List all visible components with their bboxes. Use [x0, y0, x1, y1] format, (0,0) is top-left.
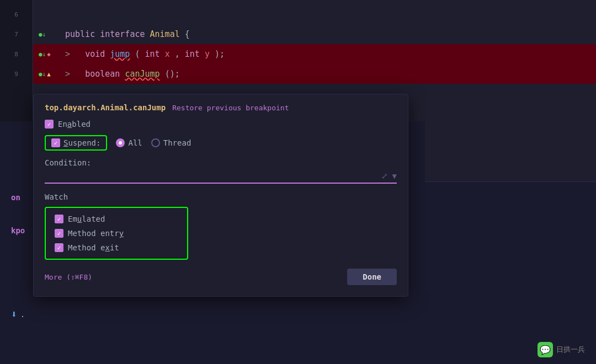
- method-exit-checkbox[interactable]: [55, 243, 63, 252]
- breakpoint-icon-9: ●↓: [39, 71, 46, 78]
- watch-section: Watch Emulated Method entry Method exit: [45, 192, 397, 260]
- done-button[interactable]: Done: [347, 269, 397, 285]
- right-panel-top: [425, 94, 596, 182]
- condition-label: Condition:: [45, 158, 397, 167]
- method-jump: jump: [110, 49, 130, 59]
- line-8-icons: ●↓ ◆: [39, 51, 61, 58]
- dot-label: .: [20, 310, 25, 319]
- download-icon: ⬇: [11, 308, 17, 320]
- method-entry-label: Method entry: [68, 229, 124, 238]
- line-9-icons: ●↓ ▲: [39, 71, 61, 78]
- breakpoint-dialog: top.dayarch.Animal.canJump Restore previ…: [33, 94, 408, 297]
- emulated-label: Emulated: [68, 215, 105, 223]
- dropdown-icon[interactable]: ▼: [392, 172, 397, 180]
- right-panel: [425, 94, 596, 292]
- gutter-line-9: 9: [0, 64, 33, 84]
- step-icon-7: ●↓: [39, 31, 46, 38]
- watch-option-method-entry: Method entry: [55, 229, 178, 238]
- line-gutter: 6 7 8 9: [0, 0, 33, 121]
- condition-input[interactable]: [45, 172, 377, 180]
- dialog-title: top.dayarch.Animal.canJump: [45, 103, 166, 112]
- wechat-icon: 💬: [538, 342, 553, 357]
- method-exit-label: Method exit: [68, 243, 119, 252]
- radio-all[interactable]: All: [116, 138, 142, 147]
- code-line-9: ●↓ ▲ > boolean canJump ();: [33, 64, 596, 84]
- radio-thread[interactable]: Thread: [151, 138, 191, 147]
- radio-all-label: All: [128, 138, 142, 147]
- restore-link[interactable]: Restore previous breakpoint: [172, 104, 289, 112]
- dialog-footer: More (⇧⌘F8) Done: [45, 269, 397, 285]
- gutter-line-7: 7: [0, 24, 33, 44]
- radio-thread-label: Thread: [163, 138, 191, 147]
- side-label-on: on: [11, 193, 20, 202]
- code-line-8: ●↓ ◆ > void jump ( int x , int y );: [33, 44, 596, 64]
- keyword-boolean: boolean: [85, 69, 120, 79]
- suspend-checkbox[interactable]: [51, 138, 60, 147]
- more-link[interactable]: More (⇧⌘F8): [45, 273, 92, 281]
- line-7-content: public interface Animal {: [61, 29, 596, 39]
- enabled-row: Enabled: [45, 120, 397, 129]
- condition-section: Condition: ⤢ ▼: [45, 158, 397, 184]
- keyword-void: void: [85, 49, 105, 59]
- enabled-label: Enabled: [58, 120, 91, 129]
- class-name: Animal: [150, 29, 180, 39]
- gutter-line-8: 8: [0, 44, 33, 64]
- radio-thread-icon: [151, 138, 160, 147]
- code-line-6: [33, 4, 596, 24]
- suspend-label: Suspend:: [63, 138, 100, 147]
- gutter-line-6: 6: [0, 4, 33, 24]
- watch-options-box: Emulated Method entry Method exit: [45, 207, 188, 260]
- dialog-header: top.dayarch.Animal.canJump Restore previ…: [45, 103, 397, 112]
- watch-option-method-exit: Method exit: [55, 243, 178, 252]
- bottom-left-area: ⬇ .: [11, 308, 25, 320]
- radio-all-icon: [116, 138, 125, 147]
- enabled-checkbox[interactable]: [45, 120, 54, 129]
- arrow-icon-9: ▲: [47, 71, 51, 78]
- keyword-interface: interface: [100, 29, 145, 39]
- right-panel-bottom: [425, 182, 596, 292]
- watermark-text: 日拱一兵: [556, 345, 585, 355]
- watch-option-emulated: Emulated: [55, 215, 178, 223]
- keyword-public: public: [65, 29, 95, 39]
- method-entry-checkbox[interactable]: [55, 229, 63, 238]
- emulated-checkbox[interactable]: [55, 215, 63, 223]
- expand-icon[interactable]: ⤢: [381, 172, 388, 180]
- side-label-kpo: kpo: [11, 226, 25, 235]
- method-canjump: canJump: [125, 69, 159, 79]
- watermark: 💬 日拱一兵: [538, 342, 585, 357]
- line-7-icons: ●↓: [39, 31, 61, 38]
- line-9-content: > boolean canJump ();: [61, 69, 596, 79]
- breakpoint-icon-8: ●↓: [39, 51, 46, 58]
- suspend-box: Suspend:: [45, 135, 107, 151]
- diamond-icon-8: ◆: [47, 51, 51, 58]
- code-line-7: ●↓ public interface Animal {: [33, 24, 596, 44]
- watch-label: Watch: [45, 192, 397, 201]
- radio-group: All Thread: [116, 138, 191, 147]
- line-8-content: > void jump ( int x , int y );: [61, 49, 596, 59]
- suspend-row: Suspend: All Thread: [45, 135, 397, 151]
- condition-input-row: ⤢ ▼: [45, 172, 397, 184]
